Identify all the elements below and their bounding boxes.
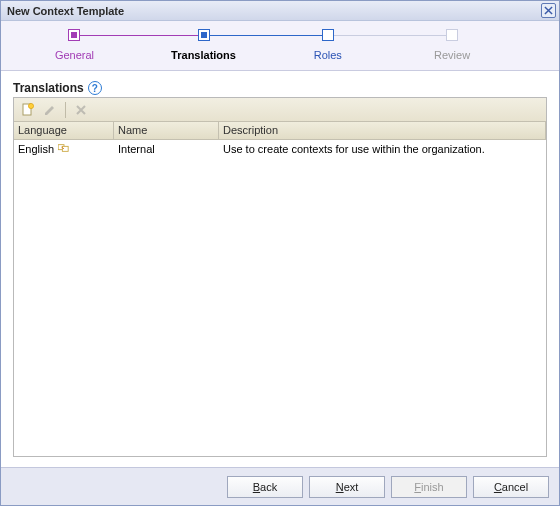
section-title: Translations xyxy=(13,81,84,95)
button-bar: Back Next Finish Cancel xyxy=(1,467,559,505)
cell-description: Use to create contexts for use within th… xyxy=(219,140,546,158)
step-label-translations[interactable]: Translations xyxy=(171,49,236,61)
col-header-description[interactable]: Description xyxy=(219,122,546,139)
dialog-title: New Context Template xyxy=(7,5,124,17)
grid-header: Language Name Description xyxy=(14,122,546,140)
col-header-language[interactable]: Language xyxy=(14,122,114,139)
back-button[interactable]: Back xyxy=(227,476,303,498)
content-area: Translations ? xyxy=(1,71,559,467)
edit-translation-button xyxy=(40,100,60,120)
svg-rect-3 xyxy=(62,146,68,151)
cell-name: Internal xyxy=(114,140,219,158)
translations-grid: Language Name Description English xyxy=(14,122,546,456)
cancel-button[interactable]: Cancel xyxy=(473,476,549,498)
next-button[interactable]: Next xyxy=(309,476,385,498)
grid-body[interactable]: English Internal Use to create contexts … xyxy=(14,140,546,456)
step-node-roles[interactable] xyxy=(322,29,334,41)
step-label-review: Review xyxy=(434,49,470,61)
table-toolbar xyxy=(14,98,546,122)
step-node-review[interactable] xyxy=(446,29,458,41)
toolbar-separator xyxy=(65,102,66,118)
delete-translation-button xyxy=(71,100,91,120)
col-header-name[interactable]: Name xyxy=(114,122,219,139)
pencil-icon xyxy=(43,103,57,117)
master-locale-icon xyxy=(58,143,70,155)
help-icon[interactable]: ? xyxy=(88,81,102,95)
step-node-translations[interactable] xyxy=(198,29,210,41)
new-translation-button[interactable] xyxy=(18,100,38,120)
cell-language: English xyxy=(18,143,54,155)
finish-button: Finish xyxy=(391,476,467,498)
step-label-roles[interactable]: Roles xyxy=(314,49,342,61)
wizard-steps: General Translations Roles Review xyxy=(1,21,559,71)
titlebar: New Context Template xyxy=(1,1,559,21)
svg-point-1 xyxy=(28,103,33,108)
dialog-new-context-template: New Context Template General Translation… xyxy=(0,0,560,506)
table-row[interactable]: English Internal Use to create contexts … xyxy=(14,140,546,158)
close-button[interactable] xyxy=(541,3,556,18)
step-node-general[interactable] xyxy=(68,29,80,41)
translations-table: Language Name Description English xyxy=(13,97,547,457)
new-document-icon xyxy=(21,103,35,117)
close-icon xyxy=(544,6,553,15)
delete-x-icon xyxy=(75,104,87,116)
step-label-general[interactable]: General xyxy=(55,49,94,61)
